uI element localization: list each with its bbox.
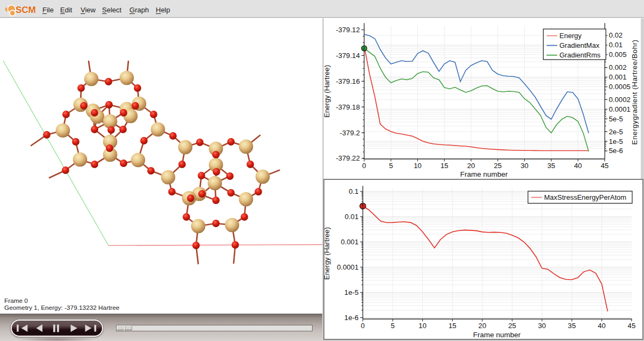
svg-text:1e-5: 1e-5 — [344, 288, 358, 296]
svg-text:0.001: 0.001 — [341, 238, 358, 246]
svg-text:0.02: 0.02 — [609, 31, 623, 39]
svg-text:5e-5: 5e-5 — [609, 115, 623, 123]
svg-text:0.0002: 0.0002 — [609, 96, 631, 104]
svg-text:45: 45 — [628, 322, 636, 330]
svg-text:15: 15 — [440, 162, 448, 170]
svg-text:-379.2: -379.2 — [340, 129, 360, 137]
svg-text:40: 40 — [598, 322, 606, 330]
svg-text:5e-6: 5e-6 — [609, 147, 623, 155]
svg-text:-379.22: -379.22 — [336, 154, 360, 162]
svg-text:Energygradient (Hartree/Bohr): Energygradient (Hartree/Bohr) — [631, 39, 639, 144]
svg-text:5: 5 — [390, 322, 394, 330]
svg-text:1e-5: 1e-5 — [609, 137, 623, 146]
svg-text:10: 10 — [414, 162, 422, 170]
svg-text:45: 45 — [600, 162, 609, 170]
svg-text:5: 5 — [389, 162, 393, 170]
svg-text:15: 15 — [448, 322, 457, 330]
svg-text:Frame number: Frame number — [473, 331, 521, 339]
svg-text:Energy: Energy — [560, 32, 582, 40]
svg-text:0.1: 0.1 — [349, 187, 358, 195]
svg-text:Frame number: Frame number — [460, 170, 508, 178]
svg-text:0: 0 — [361, 322, 365, 330]
svg-text:Energy (Hartree): Energy (Hartree) — [324, 227, 331, 280]
svg-text:0: 0 — [362, 162, 366, 170]
svg-text:0.01: 0.01 — [345, 213, 359, 221]
svg-text:-379.12: -379.12 — [336, 26, 360, 34]
svg-text:0.0001: 0.0001 — [337, 263, 358, 271]
svg-text:Energy (Hartree): Energy (Hartree) — [324, 65, 331, 118]
svg-text:0.001: 0.001 — [609, 73, 627, 81]
svg-text:20: 20 — [479, 322, 487, 330]
svg-text:2e-5: 2e-5 — [609, 128, 623, 136]
svg-text:20: 20 — [467, 162, 475, 170]
svg-text:25: 25 — [508, 322, 516, 330]
svg-text:MaxStressEnergyPerAtom: MaxStressEnergyPerAtom — [544, 193, 626, 201]
svg-text:-379.16: -379.16 — [336, 77, 360, 85]
svg-text:25: 25 — [494, 162, 502, 170]
svg-text:0.01: 0.01 — [609, 41, 623, 49]
svg-text:10: 10 — [418, 322, 426, 330]
svg-text:0.002: 0.002 — [609, 63, 627, 71]
svg-text:40: 40 — [574, 162, 582, 170]
svg-text:30: 30 — [520, 162, 529, 170]
svg-text:GradientRms: GradientRms — [560, 51, 601, 59]
svg-text:0.0005: 0.0005 — [609, 83, 631, 91]
svg-text:0.0001: 0.0001 — [609, 105, 631, 113]
svg-text:1e-6: 1e-6 — [344, 314, 358, 322]
svg-text:0.005: 0.005 — [609, 50, 627, 59]
svg-text:-379.18: -379.18 — [336, 103, 360, 111]
svg-text:35: 35 — [568, 322, 576, 330]
svg-text:-379.14: -379.14 — [336, 52, 360, 60]
svg-text:GradientMax: GradientMax — [560, 41, 600, 49]
svg-text:30: 30 — [538, 322, 546, 330]
svg-text:35: 35 — [547, 162, 555, 170]
